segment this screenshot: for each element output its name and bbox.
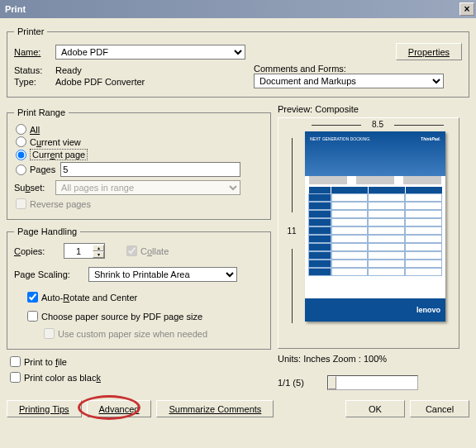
properties-button[interactable]: Properties — [396, 43, 462, 60]
type-value: Adobe PDF Converter — [55, 77, 145, 87]
subset-label: Subset: — [14, 183, 55, 193]
status-value: Ready — [55, 65, 82, 75]
print-to-file-checkbox[interactable] — [10, 356, 21, 367]
close-button[interactable]: × — [459, 2, 474, 16]
units-zoom: Units: Inches Zoom : 100% — [278, 354, 469, 364]
pages-input[interactable] — [60, 162, 240, 177]
preview-label: Preview: Composite — [278, 104, 469, 114]
window-title: Print — [5, 4, 26, 14]
radio-current-page[interactable] — [16, 150, 26, 160]
advanced-button[interactable]: Advanced — [87, 400, 152, 417]
scaling-select[interactable]: Shrink to Printable Area — [88, 267, 237, 282]
ruler-height: 11 — [283, 138, 300, 323]
preview-page: NEXT GENERATION DOCKING. ThinkPad. — [305, 131, 445, 322]
reverse-checkbox — [16, 198, 26, 209]
subset-select: All pages in range — [55, 180, 240, 195]
custom-size-label: Use custom paper size when needed — [58, 329, 207, 339]
status-label: Status: — [14, 65, 55, 75]
radio-all[interactable] — [16, 124, 26, 135]
range-legend: Print Range — [14, 107, 69, 117]
autorotate-label: Auto-Rotate and Center — [41, 293, 137, 303]
collate-checkbox — [126, 245, 137, 256]
scaling-label: Page Scaling: — [14, 269, 88, 279]
radio-current-page-label: Current page — [30, 149, 88, 160]
print-range-group: Print Range All Current view Current pag… — [7, 107, 271, 220]
preview-box: 8.5 11 NEXT GENERATION DOCKING. ThinkPad… — [278, 117, 459, 349]
printer-group: Printer Name: Adobe PDF Properties Statu… — [7, 26, 469, 98]
name-label: Name: — [14, 47, 55, 57]
lenovo-logo: lenovo — [416, 306, 440, 314]
choose-source-label: Choose paper source by PDF page size — [41, 312, 202, 322]
choose-source-checkbox[interactable] — [27, 311, 38, 322]
custom-size-checkbox — [44, 328, 55, 339]
radio-current-view[interactable] — [16, 136, 26, 147]
comments-select[interactable]: Document and Markups — [254, 74, 444, 88]
handling-legend: Page Handling — [14, 226, 80, 236]
print-black-label: Print color as black — [24, 373, 101, 383]
slider-thumb[interactable] — [328, 376, 336, 389]
type-label: Type: — [14, 77, 55, 87]
summarize-comments-button[interactable]: Summarize Comments — [156, 400, 274, 417]
reverse-label: Reverse pages — [30, 199, 91, 209]
doc-title: NEXT GENERATION DOCKING. — [310, 136, 370, 141]
autorotate-checkbox[interactable] — [27, 292, 38, 303]
print-to-file-label: Print to file — [24, 357, 67, 367]
comments-label: Comments and Forms: — [254, 64, 462, 74]
spinner-up-icon[interactable]: ▴ — [93, 245, 104, 251]
titlebar: Print × — [0, 0, 476, 18]
print-black-checkbox[interactable] — [10, 372, 21, 383]
page-slider[interactable] — [327, 375, 418, 390]
page-handling-group: Page Handling Copies: ▴▾ Collate Page Sc… — [7, 226, 271, 350]
ruler-width: 8.5 — [312, 120, 444, 130]
copies-input[interactable] — [64, 245, 93, 258]
thinkpad-logo: ThinkPad. — [421, 136, 440, 141]
radio-all-label: All — [30, 125, 40, 135]
printer-legend: Printer — [14, 26, 47, 36]
radio-current-view-label: Current view — [30, 137, 81, 147]
copies-spinner[interactable]: ▴▾ — [64, 243, 105, 259]
collate-label: Collate — [140, 246, 169, 256]
ok-button[interactable]: OK — [345, 400, 405, 417]
printing-tips-button[interactable]: Printing Tips — [7, 400, 82, 417]
printer-name-select[interactable]: Adobe PDF — [55, 45, 245, 60]
radio-pages[interactable] — [16, 164, 26, 175]
copies-label: Copies: — [14, 246, 64, 256]
radio-pages-label: Pages — [30, 164, 55, 174]
spinner-down-icon[interactable]: ▾ — [93, 251, 104, 258]
cancel-button[interactable]: Cancel — [410, 400, 469, 417]
page-indicator: 1/1 (5) — [278, 378, 327, 388]
